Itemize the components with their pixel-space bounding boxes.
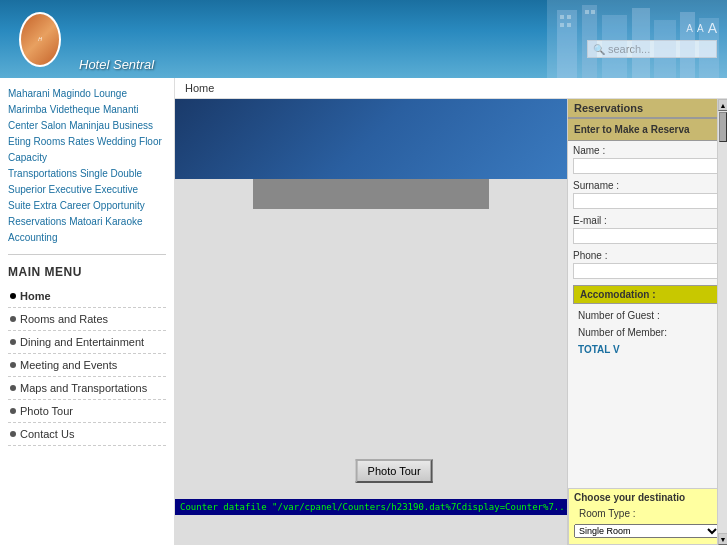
content-inner: Photo Tour Counter datafile "/var/cpanel…	[175, 99, 727, 545]
link-lounge[interactable]: Lounge	[94, 88, 127, 99]
link-rates[interactable]: Rates	[68, 136, 94, 147]
phone-field: Phone :	[573, 250, 722, 279]
bullet-icon	[10, 316, 16, 322]
choose-dest-title: Choose your destinatio	[574, 492, 721, 503]
svg-rect-7	[699, 18, 719, 78]
num-member-section: Number of Member:	[573, 325, 722, 340]
choose-destination-panel: Choose your destinatio Room Type : Singl…	[568, 488, 727, 545]
link-executive2[interactable]: Executive	[95, 184, 138, 195]
svg-rect-13	[591, 10, 595, 14]
bullet-icon	[10, 408, 16, 414]
link-mananti[interactable]: Mananti	[103, 104, 139, 115]
surname-label: Surname :	[573, 180, 722, 191]
link-floor[interactable]: Floor	[139, 136, 162, 147]
svg-rect-11	[567, 23, 571, 27]
link-maninjau[interactable]: Maninjau	[69, 120, 110, 131]
link-business[interactable]: Business	[113, 120, 154, 131]
sidebar-item-maps[interactable]: Maps and Transportations	[8, 377, 166, 400]
sidebar-item-rooms[interactable]: Rooms and Rates	[8, 308, 166, 331]
link-opportunity[interactable]: Opportunity	[93, 200, 145, 211]
bullet-icon	[10, 339, 16, 345]
room-type-label: Room Type :	[574, 506, 721, 521]
sidebar-item-meeting[interactable]: Meeting and Events	[8, 354, 166, 377]
link-salon[interactable]: Salon	[41, 120, 67, 131]
room-type-select[interactable]: Single Room	[574, 524, 721, 538]
email-field: E-mail :	[573, 215, 722, 244]
bullet-icon	[10, 362, 16, 368]
logo-oval: H	[19, 12, 61, 67]
bullet-icon	[10, 293, 16, 299]
link-karaoke[interactable]: Karaoke	[105, 216, 142, 227]
building-decoration	[447, 0, 727, 78]
link-suite[interactable]: Suite	[8, 200, 31, 211]
logo: H	[10, 7, 70, 72]
link-double[interactable]: Double	[110, 168, 142, 179]
accomodation-header: Accomodation :	[573, 285, 722, 304]
link-executive1[interactable]: Executive	[49, 184, 92, 195]
bullet-icon	[10, 385, 16, 391]
link-single[interactable]: Single	[80, 168, 108, 179]
link-marimba[interactable]: Marimba	[8, 104, 47, 115]
link-center[interactable]: Center	[8, 120, 38, 131]
svg-rect-5	[654, 20, 676, 78]
hero-banner	[175, 99, 567, 179]
link-superior[interactable]: Superior	[8, 184, 46, 195]
svg-rect-10	[560, 23, 564, 27]
enter-reservation-button[interactable]: Enter to Make a Reserva	[568, 119, 727, 141]
name-field: Name :	[573, 145, 722, 174]
header-left: H Hotel Sentral	[10, 7, 154, 72]
svg-rect-3	[602, 15, 627, 78]
sidebar-item-home[interactable]: Home	[8, 285, 166, 308]
link-reservations[interactable]: Reservations	[8, 216, 66, 227]
name-input[interactable]	[573, 158, 722, 174]
link-career[interactable]: Career	[60, 200, 91, 211]
brand-name: Hotel Sentral	[79, 57, 154, 72]
logo-text: H	[38, 36, 42, 43]
sidebar-section-title: MAIN MENU	[8, 265, 166, 279]
link-maharani[interactable]: Maharani	[8, 88, 50, 99]
breadcrumb: Home	[175, 78, 727, 99]
link-accounting[interactable]: Accounting	[8, 232, 57, 243]
content: Home Photo Tour Counter datafile "/var/c…	[175, 78, 727, 545]
link-matoari[interactable]: Matoari	[69, 216, 102, 227]
link-extra[interactable]: Extra	[34, 200, 57, 211]
sidebar-item-photo-tour[interactable]: Photo Tour	[8, 400, 166, 423]
link-capacity[interactable]: Capacity	[8, 152, 47, 163]
phone-input[interactable]	[573, 263, 722, 279]
reservation-form: Name : Surname : E-mail : Phone :	[568, 141, 727, 361]
reservations-header: Reservations	[568, 99, 727, 119]
link-wedding[interactable]: Wedding	[97, 136, 136, 147]
phone-label: Phone :	[573, 250, 722, 261]
bullet-icon	[10, 431, 16, 437]
email-input[interactable]	[573, 228, 722, 244]
hero-sub	[253, 179, 488, 209]
scrollbar[interactable]: ▲ ▼	[717, 99, 727, 545]
scrollbar-down-button[interactable]: ▼	[718, 533, 727, 545]
link-magindo[interactable]: Magindo	[52, 88, 90, 99]
main-container: Maharani Magindo Lounge Marimba Videtheq…	[0, 78, 727, 545]
hero-area: Photo Tour Counter datafile "/var/cpanel…	[175, 99, 567, 545]
sidebar-top-links: Maharani Magindo Lounge Marimba Videtheq…	[8, 86, 166, 255]
svg-rect-2	[582, 5, 597, 78]
right-panel: Reservations Enter to Make a Reserva Nam…	[567, 99, 727, 545]
surname-field: Surname :	[573, 180, 722, 209]
link-transportations[interactable]: Transportations	[8, 168, 77, 179]
header: H Hotel Sentral A A A 🔍	[0, 0, 727, 78]
sidebar-menu: Home Rooms and Rates Dining and Entertai…	[8, 285, 166, 446]
sidebar-item-contact[interactable]: Contact Us	[8, 423, 166, 446]
num-guest-section: Number of Guest :	[573, 308, 722, 323]
svg-rect-8	[560, 15, 564, 19]
surname-input[interactable]	[573, 193, 722, 209]
total-value: TOTAL V	[573, 342, 722, 357]
scrollbar-thumb[interactable]	[719, 112, 727, 142]
sidebar-item-dining[interactable]: Dining and Entertainment	[8, 331, 166, 354]
counter-bar: Counter datafile "/var/cpanel/Counters/h…	[175, 499, 567, 515]
email-label: E-mail :	[573, 215, 722, 226]
link-rooms[interactable]: Rooms	[34, 136, 66, 147]
svg-rect-12	[585, 10, 589, 14]
link-eting[interactable]: Eting	[8, 136, 31, 147]
scrollbar-up-button[interactable]: ▲	[718, 99, 727, 111]
link-videtheque[interactable]: Videtheque	[50, 104, 100, 115]
name-label: Name :	[573, 145, 722, 156]
photo-tour-button[interactable]: Photo Tour	[356, 459, 433, 483]
